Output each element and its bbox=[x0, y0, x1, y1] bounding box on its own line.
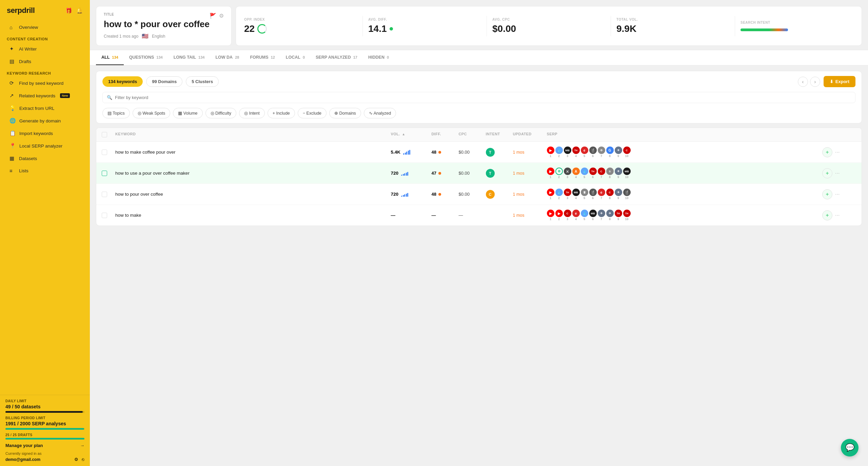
stat-opp-index: OPP. INDEX 22 bbox=[244, 18, 357, 34]
stat-divider-4 bbox=[735, 16, 735, 36]
generate-domain-label: Generate by domain bbox=[19, 118, 61, 123]
manage-plan-link[interactable]: Manage your plan → bbox=[5, 443, 84, 448]
header-volume[interactable]: VOL. ▲ bbox=[391, 132, 432, 137]
card-created: Created 1 mos ago bbox=[104, 34, 138, 39]
sidebar-item-overview[interactable]: ⌂ Overview bbox=[3, 21, 87, 33]
select-all-checkbox[interactable] bbox=[102, 132, 107, 137]
filter-include[interactable]: + Include bbox=[268, 108, 295, 118]
add-keyword-button[interactable]: + bbox=[822, 168, 832, 178]
filter-exclude[interactable]: − Exclude bbox=[298, 108, 327, 118]
logout-icon[interactable]: ⎋ bbox=[82, 457, 84, 462]
sidebar-item-import-keywords[interactable]: 📋 Import keywords bbox=[3, 127, 87, 139]
import-keywords-label: Import keywords bbox=[19, 131, 53, 136]
sidebar: serpdrill 🎁 🔔 ⌂ Overview CONTENT CREATIO… bbox=[0, 0, 90, 466]
export-button[interactable]: ⬇ Export bbox=[824, 76, 855, 87]
sidebar-item-generate-domain[interactable]: 🌐 Generate by domain bbox=[3, 115, 87, 127]
sidebar-item-drafts[interactable]: ▤ Drafts bbox=[3, 55, 87, 67]
mb-icon: MB bbox=[589, 210, 597, 217]
filter-intent[interactable]: ◎ Intent bbox=[239, 108, 265, 118]
updated-cell: 1 mos bbox=[513, 150, 547, 155]
filter-topics[interactable]: ▤ Topics bbox=[102, 108, 130, 118]
tab-forums[interactable]: FORUMS 12 bbox=[244, 50, 280, 65]
filter-volume[interactable]: ▦ Volume bbox=[173, 108, 202, 118]
filter-domains[interactable]: ⊕ Domains bbox=[329, 108, 361, 118]
lists-label: Lists bbox=[19, 168, 28, 173]
opp-index-indicator bbox=[257, 24, 267, 34]
stat-divider-2 bbox=[487, 16, 487, 36]
pill-clusters[interactable]: 5 Clusters bbox=[186, 76, 219, 87]
row-actions: + ··· bbox=[822, 189, 843, 199]
add-keyword-button[interactable]: + bbox=[822, 147, 832, 157]
filter-difficulty[interactable]: ◎ Difficulty bbox=[205, 108, 236, 118]
avg-diff-value: 14.1 bbox=[368, 23, 481, 34]
bell-icon[interactable]: 🔔 bbox=[76, 7, 83, 14]
title-card: TITLE 🚩 ⚙ how to * pour over coffee Crea… bbox=[96, 6, 232, 46]
next-button[interactable]: › bbox=[810, 77, 820, 87]
header-serp: SERP bbox=[547, 132, 823, 137]
keywords-table: KEYWORD VOL. ▲ DIFF. CPC INTENT UPDATED … bbox=[96, 128, 862, 226]
search-input[interactable] bbox=[115, 95, 851, 100]
sidebar-item-related-keywords[interactable]: ↗ Related keywords New bbox=[3, 90, 87, 102]
tab-all[interactable]: ALL 134 bbox=[96, 50, 124, 65]
yt-icon: ▶ bbox=[547, 147, 554, 154]
sidebar-item-extract-url[interactable]: 💡 Extract from URL bbox=[3, 102, 87, 114]
row-checkbox[interactable] bbox=[102, 150, 115, 155]
fork-icon: 🍴 bbox=[589, 147, 597, 154]
more-options-button[interactable]: ··· bbox=[835, 212, 840, 218]
sidebar-item-datasets[interactable]: ▦ Datasets bbox=[3, 152, 87, 164]
prev-button[interactable]: ‹ bbox=[798, 77, 808, 87]
drafts-progress-fill bbox=[5, 438, 84, 440]
yt2-icon: ▶ bbox=[555, 210, 563, 217]
intent-cell: C bbox=[486, 190, 513, 199]
chat-bubble[interactable]: 💬 bbox=[841, 439, 859, 457]
header-keyword: KEYWORD bbox=[115, 132, 391, 137]
yt-icon: ▶ bbox=[547, 168, 554, 175]
drop2-icon: 💧 bbox=[581, 168, 588, 175]
row-checkbox[interactable] bbox=[102, 192, 115, 197]
sidebar-item-ai-writer[interactable]: ✦ AI Writer bbox=[3, 43, 87, 55]
sidebar-item-local-serp[interactable]: 📍 Local SERP analyzer bbox=[3, 140, 87, 152]
sidebar-item-find-seed[interactable]: ⟳ Find by seed keyword bbox=[3, 77, 87, 89]
drop-icon: 💧 bbox=[555, 189, 563, 196]
filter-analyzed[interactable]: ∿ Analyzed bbox=[364, 108, 396, 118]
tab-questions[interactable]: QUESTIONS 134 bbox=[124, 50, 168, 65]
flag-icon[interactable]: 🚩 bbox=[210, 13, 216, 19]
pill-domains[interactable]: 99 Domains bbox=[146, 76, 182, 87]
stat-divider-1 bbox=[362, 16, 363, 36]
opp-index-value: 22 bbox=[244, 23, 357, 34]
tab-hidden[interactable]: HIDDEN 0 bbox=[363, 50, 394, 65]
search-filter-container: 🔍 bbox=[102, 92, 855, 103]
more-options-button[interactable]: ··· bbox=[835, 170, 840, 176]
more-options-button[interactable]: ··· bbox=[835, 191, 840, 197]
settings-card-icon[interactable]: ⚙ bbox=[219, 13, 224, 19]
tab-low-da[interactable]: LOW DA 28 bbox=[210, 50, 244, 65]
row-actions: + ··· bbox=[822, 147, 843, 157]
gray-icon: ⚙ bbox=[598, 147, 605, 154]
settings-icon[interactable]: ⚙ bbox=[74, 457, 78, 462]
more-options-button[interactable]: ··· bbox=[835, 149, 840, 155]
keyword-cell: how to make coffee pour over bbox=[115, 149, 391, 155]
add-keyword-button[interactable]: + bbox=[822, 189, 832, 199]
pill-keywords[interactable]: 134 keywords bbox=[102, 76, 143, 87]
drop-icon: 💧 bbox=[555, 147, 563, 154]
row-checkbox[interactable] bbox=[102, 213, 115, 218]
total-vol-value: 9.9K bbox=[616, 23, 729, 34]
header-cpc: CPC bbox=[459, 132, 486, 137]
search-icon: 🔍 bbox=[107, 95, 112, 100]
tab-local[interactable]: LOCAL 0 bbox=[280, 50, 310, 65]
export-icon: ⬇ bbox=[830, 79, 833, 84]
sidebar-item-lists[interactable]: ≡ Lists bbox=[3, 165, 87, 177]
mb-icon: MB bbox=[572, 189, 580, 196]
tab-serp-analyzed[interactable]: SERP ANALYZED 17 bbox=[310, 50, 363, 65]
filter-weak-spots[interactable]: ◎ Weak Spots bbox=[133, 108, 171, 118]
add-keyword-button[interactable]: + bbox=[822, 210, 832, 220]
tab-long-tail[interactable]: LONG TAIL 134 bbox=[168, 50, 210, 65]
card-meta: Created 1 mos ago 🇺🇸 English bbox=[104, 33, 224, 39]
daily-limit-progress-bar bbox=[5, 411, 84, 413]
row-checkbox[interactable] bbox=[102, 171, 115, 176]
card-title: how to * pour over coffee bbox=[104, 19, 224, 30]
volume-bars bbox=[403, 150, 410, 155]
gift-icon[interactable]: 🎁 bbox=[65, 7, 72, 14]
generate-domain-icon: 🌐 bbox=[9, 118, 16, 124]
dark-icon: ⚔ bbox=[564, 168, 571, 175]
